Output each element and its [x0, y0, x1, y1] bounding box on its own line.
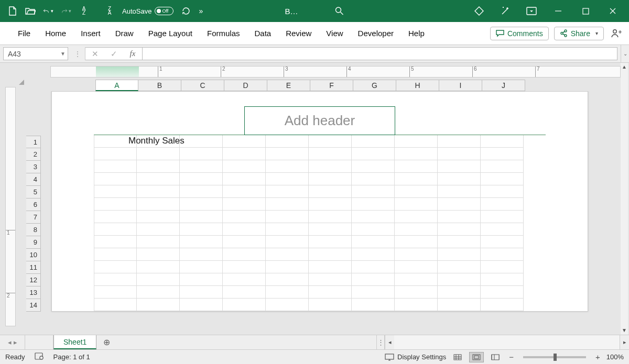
cell[interactable]	[395, 236, 438, 248]
cell[interactable]	[352, 236, 395, 248]
cell[interactable]	[266, 299, 309, 311]
cell[interactable]	[180, 135, 223, 148]
cell[interactable]	[266, 236, 309, 248]
enter-icon[interactable]: ✓	[104, 49, 123, 59]
cell[interactable]	[94, 299, 137, 311]
cell[interactable]	[137, 223, 180, 236]
sort-desc-icon[interactable]: ZA	[104, 6, 115, 16]
cell[interactable]	[395, 198, 438, 211]
cell[interactable]	[309, 148, 352, 160]
cell[interactable]	[438, 185, 481, 198]
cell[interactable]	[395, 148, 438, 160]
cell[interactable]	[223, 198, 266, 211]
cell[interactable]	[223, 211, 266, 223]
cell[interactable]	[223, 160, 266, 173]
cell[interactable]	[94, 236, 137, 248]
row-header[interactable]: 11	[26, 261, 41, 274]
zoom-in-button[interactable]: +	[593, 352, 602, 361]
cell[interactable]	[94, 223, 137, 236]
row-header[interactable]: 10	[26, 249, 41, 261]
cell[interactable]	[223, 248, 266, 261]
sheet-nav[interactable]: ◂▸	[0, 335, 25, 349]
cell[interactable]	[309, 185, 352, 198]
cell[interactable]	[352, 286, 395, 299]
row-header[interactable]: 5	[26, 186, 41, 198]
row-header[interactable]: 8	[26, 224, 41, 236]
tab-page-layout[interactable]: Page Layout	[141, 26, 200, 41]
tab-view[interactable]: View	[319, 26, 350, 41]
cell[interactable]	[266, 273, 309, 286]
scroll-right-icon[interactable]: ▸	[620, 335, 629, 349]
row-header[interactable]: 3	[26, 161, 41, 173]
cell[interactable]	[395, 185, 438, 198]
cell[interactable]	[137, 261, 180, 273]
fx-icon[interactable]: fx	[123, 49, 142, 58]
cell[interactable]	[352, 211, 395, 223]
formula-bar-options[interactable]: ⋮	[70, 47, 85, 60]
tab-home[interactable]: Home	[38, 26, 73, 41]
cell[interactable]	[137, 148, 180, 160]
cell-grid[interactable]: Monthly Sales	[94, 135, 546, 311]
sort-asc-icon[interactable]: AZ	[79, 6, 89, 16]
cell[interactable]	[309, 135, 352, 148]
cell[interactable]	[395, 286, 438, 299]
cell[interactable]	[94, 211, 137, 223]
cell[interactable]	[395, 135, 438, 148]
cell[interactable]	[481, 236, 524, 248]
cell[interactable]	[352, 173, 395, 185]
cell[interactable]	[94, 198, 137, 211]
cell[interactable]	[481, 273, 524, 286]
cell[interactable]	[223, 223, 266, 236]
display-settings-button[interactable]: Display Settings	[385, 353, 446, 361]
cell[interactable]	[94, 286, 137, 299]
wand-icon[interactable]	[500, 6, 511, 16]
tab-review[interactable]: Review	[278, 26, 319, 41]
row-header[interactable]: 13	[26, 286, 41, 299]
cell[interactable]	[438, 198, 481, 211]
cell[interactable]	[266, 148, 309, 160]
cell[interactable]	[223, 273, 266, 286]
add-sheet-button[interactable]: ⊕	[96, 335, 116, 349]
cell[interactable]	[309, 223, 352, 236]
tab-draw[interactable]: Draw	[108, 26, 141, 41]
cell[interactable]	[309, 248, 352, 261]
scroll-up-icon[interactable]: ▲	[621, 63, 628, 71]
col-header-c[interactable]: C	[181, 80, 224, 91]
cell[interactable]	[352, 135, 395, 148]
cell[interactable]	[481, 135, 524, 148]
cell[interactable]	[352, 160, 395, 173]
row-header[interactable]: 12	[26, 274, 41, 286]
cell[interactable]	[352, 299, 395, 311]
cell[interactable]	[309, 286, 352, 299]
qat-overflow[interactable]: »	[199, 7, 203, 15]
cell[interactable]	[137, 273, 180, 286]
cell[interactable]	[180, 299, 223, 311]
select-all-triangle[interactable]	[5, 78, 26, 86]
tab-help[interactable]: Help	[401, 26, 432, 41]
col-header-i[interactable]: I	[439, 80, 482, 91]
cell[interactable]	[352, 248, 395, 261]
cell[interactable]	[309, 299, 352, 311]
header-right[interactable]	[395, 106, 546, 135]
scroll-left-icon[interactable]: ◂	[385, 335, 394, 349]
account-icon[interactable]	[609, 26, 624, 41]
scroll-down-icon[interactable]: ▼	[621, 326, 628, 335]
cell[interactable]	[395, 173, 438, 185]
undo-icon[interactable]: ▾	[43, 6, 53, 16]
name-box[interactable]: A43 ▼	[3, 47, 68, 60]
cell[interactable]	[223, 135, 266, 148]
row-header[interactable]: 2	[26, 148, 41, 161]
cell[interactable]	[137, 286, 180, 299]
row-header[interactable]: 6	[26, 198, 41, 211]
col-header-b[interactable]: B	[138, 80, 181, 91]
cell[interactable]	[266, 185, 309, 198]
search-icon[interactable]	[335, 6, 344, 16]
cell[interactable]	[266, 211, 309, 223]
cell[interactable]	[266, 286, 309, 299]
horizontal-scrollbar[interactable]: ◂ ▸	[385, 335, 629, 349]
cell[interactable]	[395, 160, 438, 173]
row-header[interactable]: 1	[26, 136, 41, 148]
share-button[interactable]: Share ▾	[554, 27, 604, 40]
col-header-h[interactable]: H	[396, 80, 439, 91]
cell[interactable]	[309, 261, 352, 273]
